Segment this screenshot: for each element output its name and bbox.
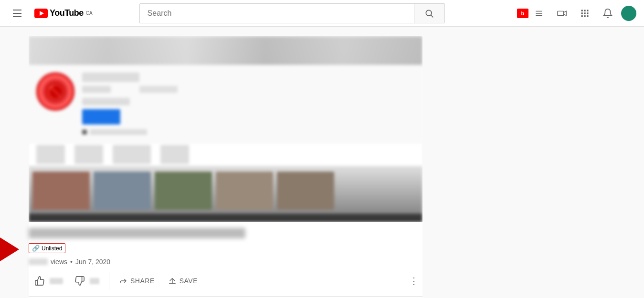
svg-rect-9: [587, 10, 588, 11]
svg-rect-11: [584, 12, 585, 14]
header-right: b: [517, 4, 636, 23]
svg-point-0: [426, 10, 432, 16]
search-area: [139, 3, 445, 23]
link-icon: 🔗: [32, 245, 40, 252]
hamburger-menu-button[interactable]: [8, 4, 27, 23]
grid-icon: [580, 9, 590, 18]
share-button[interactable]: SHARE: [113, 273, 160, 289]
svg-rect-3: [536, 13, 542, 14]
unlisted-badge: 🔗 Unlisted: [29, 243, 65, 253]
views-label: views: [51, 258, 67, 266]
svg-rect-8: [584, 10, 585, 11]
youtube-studio-icon[interactable]: b: [517, 9, 528, 18]
youtube-wordmark: YouTube: [50, 8, 84, 18]
notifications-button[interactable]: [598, 4, 617, 23]
video-meta: 🔗 Unlisted views • Jun 7, 2020: [29, 222, 422, 298]
red-arrow-container: [0, 237, 19, 261]
bell-icon: [602, 8, 613, 19]
svg-rect-15: [587, 15, 588, 17]
separator: •: [70, 258, 73, 266]
search-submit-button[interactable]: [414, 4, 444, 23]
sidebar: [434, 36, 615, 298]
video-player[interactable]: 🚫: [29, 36, 422, 222]
studio-list-button[interactable]: [529, 4, 549, 23]
svg-rect-5: [558, 11, 564, 15]
thumbs-up-icon: [34, 276, 45, 286]
save-icon: [168, 277, 177, 285]
header-left: YouTubeCA: [8, 4, 103, 23]
hamburger-line: [13, 13, 21, 14]
svg-rect-13: [581, 15, 582, 17]
youtube-red-play-button: [34, 9, 48, 18]
country-code: CA: [86, 10, 93, 16]
save-button[interactable]: SAVE: [162, 273, 203, 289]
video-status-row: 🔗 Unlisted: [29, 243, 65, 253]
share-icon: [119, 277, 127, 285]
video-container: 🚫: [29, 36, 422, 298]
hamburger-line: [13, 16, 21, 17]
svg-marker-6: [564, 11, 567, 15]
hamburger-line: [13, 10, 21, 10]
svg-rect-4: [536, 15, 542, 16]
unlisted-badge-text: Unlisted: [42, 245, 62, 252]
video-status-area: 🔗 Unlisted: [29, 243, 422, 255]
list-icon: [535, 9, 543, 18]
svg-rect-2: [536, 10, 542, 11]
site-header: YouTubeCA b: [0, 0, 644, 27]
like-dislike-group: [29, 272, 109, 290]
video-title-blurred: [29, 228, 245, 238]
arrow-head: [0, 237, 19, 261]
search-input[interactable]: [140, 4, 414, 23]
action-buttons-row: SHARE SAVE ⋮: [29, 266, 422, 297]
youtube-play-icon: [34, 9, 48, 18]
like-button[interactable]: [29, 272, 69, 290]
search-form: [139, 3, 445, 23]
dislike-count-blurred: [90, 278, 99, 284]
account-avatar[interactable]: [621, 6, 636, 21]
upload-date: Jun 7, 2020: [75, 258, 110, 266]
views-count-blurred: [29, 258, 48, 265]
search-icon: [424, 9, 434, 18]
svg-line-18: [172, 278, 175, 281]
youtube-logo-link[interactable]: YouTubeCA: [34, 8, 93, 18]
main-content: 🚫: [0, 27, 644, 298]
more-options-button[interactable]: ⋮: [405, 271, 422, 290]
svg-rect-14: [584, 15, 585, 17]
svg-line-17: [169, 278, 172, 281]
video-camera-icon: [557, 8, 567, 19]
svg-rect-10: [581, 12, 582, 14]
save-label: SAVE: [179, 277, 198, 285]
share-label: SHARE: [130, 277, 155, 285]
svg-rect-12: [587, 12, 588, 14]
red-arrow: [0, 237, 19, 261]
video-player-area: 🚫: [29, 36, 422, 222]
thumbs-down-icon: [74, 276, 85, 286]
svg-line-1: [431, 15, 433, 17]
apps-button[interactable]: [575, 4, 594, 23]
dislike-button[interactable]: [69, 272, 105, 290]
like-count-blurred: [50, 278, 63, 284]
views-date-row: views • Jun 7, 2020: [29, 258, 422, 266]
dots-icon: ⋮: [409, 276, 419, 286]
create-video-button[interactable]: [552, 4, 571, 23]
svg-rect-7: [581, 10, 582, 11]
